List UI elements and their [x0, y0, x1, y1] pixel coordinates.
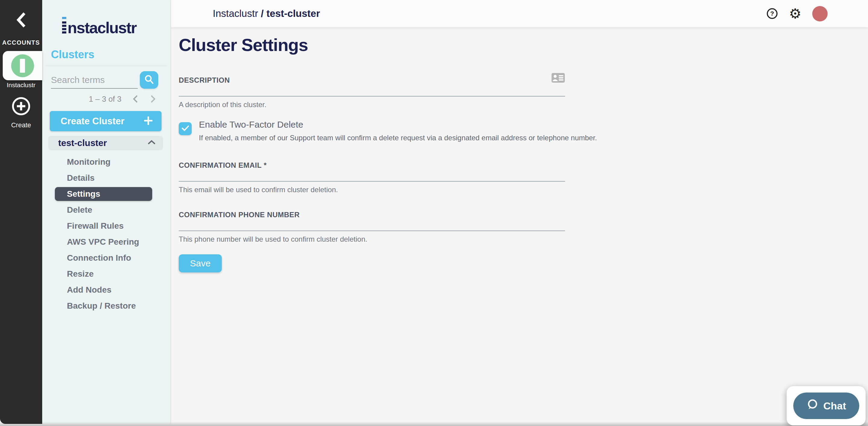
nav-item-details[interactable]: Details [48, 170, 163, 186]
clusters-sidebar: nstaclustr Clusters 1 – 3 of 3 Create Cl… [42, 0, 170, 424]
help-icon[interactable]: ? [766, 7, 778, 20]
breadcrumb: Instaclustr / test-cluster [213, 8, 320, 19]
confirmation-phone-input[interactable] [179, 219, 565, 231]
pagination: 1 – 3 of 3 [42, 94, 156, 104]
account-avatar [11, 54, 34, 77]
search-button[interactable] [140, 71, 158, 89]
instaclustr-logo: nstaclustr [62, 17, 136, 36]
account-name-label: Instaclustr [0, 82, 42, 89]
pagination-next-button[interactable] [149, 94, 156, 104]
address-card-icon[interactable] [551, 73, 565, 84]
confirmation-phone-group: CONFIRMATION PHONE NUMBER This phone num… [179, 210, 565, 244]
confirmation-email-group: CONFIRMATION EMAIL * This email will be … [179, 161, 565, 194]
sidebar-heading-clusters: Clusters [51, 48, 94, 61]
description-label: DESCRIPTION [179, 76, 230, 84]
nav-item-connection-info[interactable]: Connection Info [48, 250, 163, 266]
topbar-icons: ? ⚙ [766, 6, 828, 22]
confirmation-phone-label: CONFIRMATION PHONE NUMBER [179, 210, 300, 219]
main-area: Instaclustr / test-cluster ? ⚙ Cluster S… [171, 0, 868, 426]
chat-label: Chat [824, 400, 846, 412]
two-factor-checkbox[interactable] [179, 122, 192, 135]
chevron-up-icon [147, 140, 156, 146]
description-field-group: DESCRIPTION A description of this cluste… [179, 73, 565, 109]
plus-circle-icon [11, 96, 31, 117]
svg-text:?: ? [770, 10, 774, 17]
confirmation-email-input[interactable] [179, 170, 565, 181]
two-factor-description: If enabled, a member of our Support team… [199, 134, 597, 142]
chat-button[interactable]: Chat [793, 393, 859, 419]
pagination-range: 1 – 3 of 3 [89, 94, 121, 104]
accounts-rail: ACCOUNTS Instaclustr Create [0, 0, 42, 424]
nav-item-resize[interactable]: Resize [48, 266, 163, 282]
cluster-name: test-cluster [58, 138, 107, 148]
pagination-prev-button[interactable] [132, 94, 139, 104]
breadcrumb-root[interactable]: Instaclustr [213, 8, 258, 19]
nav-item-firewall-rules[interactable]: Firewall Rules [48, 218, 163, 234]
sidebar-divider [45, 64, 167, 65]
cluster-header-test-cluster[interactable]: test-cluster [48, 136, 163, 150]
two-factor-label: Enable Two-Factor Delete [199, 119, 597, 130]
accounts-label: ACCOUNTS [0, 39, 42, 46]
two-factor-delete-row: Enable Two-Factor Delete If enabled, a m… [179, 119, 868, 142]
nav-item-add-nodes[interactable]: Add Nodes [48, 282, 163, 298]
search-input[interactable] [51, 75, 138, 89]
chat-launcher-frame: Chat [786, 386, 866, 425]
back-chevron-icon [16, 11, 27, 30]
top-header-bar: Instaclustr / test-cluster ? ⚙ [171, 0, 868, 27]
nav-item-aws-vpc-peering[interactable]: AWS VPC Peering [48, 234, 163, 250]
cluster-nav-group: test-cluster Monitoring Details Settings… [48, 136, 163, 314]
logo-i-mark-icon [62, 17, 66, 33]
create-cluster-button[interactable]: Create Cluster [50, 111, 161, 131]
nav-item-monitoring[interactable]: Monitoring [48, 154, 163, 170]
breadcrumb-current: / test-cluster [261, 8, 320, 19]
cluster-settings-content: Cluster Settings DESCRIPTION A descripti… [171, 27, 868, 273]
create-label: Create [11, 121, 31, 129]
nav-item-delete[interactable]: Delete [48, 202, 163, 218]
bottom-scroll-shadow [0, 422, 868, 426]
search-icon [144, 75, 154, 86]
confirmation-email-helper: This email will be used to confirm clust… [179, 186, 565, 194]
save-button[interactable]: Save [179, 254, 222, 273]
account-initial-bar [20, 59, 25, 73]
logo-wordmark: nstaclustr [67, 20, 136, 36]
description-input[interactable] [179, 84, 565, 96]
confirmation-email-label: CONFIRMATION EMAIL * [179, 161, 267, 170]
confirmation-phone-helper: This phone number will be used to confir… [179, 235, 565, 244]
cluster-nav-list: Monitoring Details Settings Delete Firew… [48, 150, 163, 314]
nav-item-settings[interactable]: Settings [55, 187, 152, 201]
description-helper: A description of this cluster. [179, 101, 565, 109]
user-avatar[interactable] [812, 6, 828, 22]
create-cluster-label: Create Cluster [61, 116, 124, 127]
chat-bubble-icon [806, 399, 818, 413]
page-title: Cluster Settings [179, 35, 868, 55]
create-account-button[interactable]: Create [0, 96, 42, 133]
checkmark-icon [181, 125, 189, 133]
plus-icon [143, 115, 154, 127]
nav-item-backup-restore[interactable]: Backup / Restore [48, 298, 163, 314]
account-item-instaclustr[interactable] [3, 51, 42, 80]
collapse-back-button[interactable] [0, 8, 42, 33]
gear-icon[interactable]: ⚙ [789, 7, 801, 21]
